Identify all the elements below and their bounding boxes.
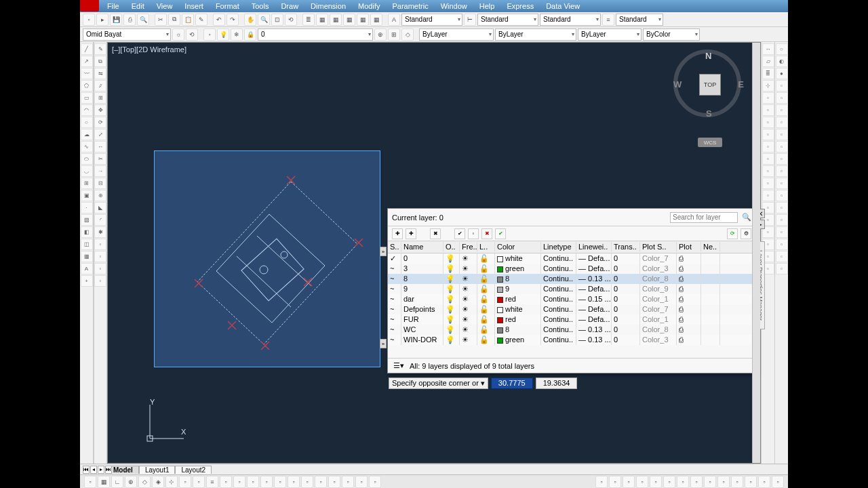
filter-toggle-icon[interactable]: ☰▾ bbox=[393, 361, 404, 370]
save-icon[interactable]: 💾 bbox=[110, 14, 122, 26]
rbtool14-icon[interactable]: ▫ bbox=[776, 202, 788, 214]
cut-icon[interactable]: ✂ bbox=[155, 14, 167, 26]
point-icon[interactable]: · bbox=[81, 202, 93, 214]
extend-icon[interactable]: → bbox=[94, 165, 106, 177]
rbtool9-icon[interactable]: ▫ bbox=[776, 141, 788, 152]
status-c-icon[interactable]: ▫ bbox=[636, 476, 648, 488]
otrack-icon[interactable]: ⊹ bbox=[165, 476, 178, 488]
menu-express[interactable]: Express bbox=[507, 2, 534, 10]
rtool6-icon[interactable]: ▫ bbox=[762, 104, 774, 116]
move-icon[interactable]: ✥ bbox=[94, 104, 106, 116]
tpy-icon[interactable]: ▫ bbox=[220, 476, 232, 488]
text-style-dd[interactable]: Standard bbox=[401, 14, 462, 26]
erase-icon[interactable]: ✎ bbox=[94, 43, 106, 55]
trim-icon[interactable]: ✂ bbox=[94, 153, 106, 165]
match-icon[interactable]: ✎ bbox=[195, 14, 208, 26]
zoom-win-icon[interactable]: ⊡ bbox=[271, 14, 283, 26]
dyn-icon[interactable]: ▫ bbox=[193, 476, 205, 488]
preview-icon[interactable]: 🔍 bbox=[137, 14, 149, 26]
table-row[interactable]: ~FUR💡☀🔓redContinu..— Defa...0Color_1⎙ bbox=[388, 314, 755, 325]
copy-icon[interactable]: ⧉ bbox=[168, 14, 180, 26]
layer-on-icon[interactable]: 💡 bbox=[217, 28, 229, 41]
rtool10-icon[interactable]: ▫ bbox=[762, 153, 774, 165]
zoom-rt-icon[interactable]: 🔍 bbox=[258, 14, 270, 26]
st4-icon[interactable]: ▫ bbox=[315, 476, 327, 488]
plotstyle-dd[interactable]: ByColor bbox=[643, 28, 700, 41]
rbtool18-icon[interactable]: ▫ bbox=[776, 251, 788, 262]
ellipse-icon[interactable]: ⬭ bbox=[81, 153, 93, 165]
rbtool10-icon[interactable]: ▫ bbox=[776, 153, 788, 165]
st6-icon[interactable]: ▫ bbox=[342, 476, 354, 488]
compass-s[interactable]: S bbox=[706, 108, 712, 119]
tab-model[interactable]: Model bbox=[107, 466, 139, 474]
menu-format[interactable]: Format bbox=[216, 2, 239, 10]
mirror-icon[interactable]: ⇋ bbox=[94, 68, 106, 79]
arc-icon[interactable]: ◠ bbox=[81, 104, 93, 116]
rbtool2-icon[interactable]: ◐ bbox=[776, 56, 788, 67]
st2-icon[interactable]: ▫ bbox=[288, 476, 300, 488]
props-icon[interactable]: ≣ bbox=[302, 14, 315, 26]
rtool5-icon[interactable]: ▫ bbox=[762, 92, 774, 104]
viewcube-top[interactable]: TOP bbox=[699, 74, 721, 96]
wcs-button[interactable]: WCS bbox=[698, 138, 722, 147]
tab-first-icon[interactable]: ⏮ bbox=[83, 466, 90, 474]
copy2-icon[interactable]: ⧉ bbox=[94, 56, 106, 67]
menu-edit[interactable]: Edit bbox=[132, 2, 144, 10]
fillet-icon[interactable]: ◜ bbox=[94, 214, 106, 226]
table-row[interactable]: ✓0💡☀🔓whiteContinu..— Defa...0Color_7⎙ bbox=[388, 253, 755, 264]
id-icon[interactable]: ⊹ bbox=[762, 80, 774, 92]
sc-icon[interactable]: ▫ bbox=[247, 476, 259, 488]
search-icon[interactable]: 🔍 bbox=[742, 213, 751, 222]
lwt-icon[interactable]: ≡ bbox=[206, 476, 218, 488]
rbtool15-icon[interactable]: ▫ bbox=[776, 214, 788, 226]
compass-w[interactable]: W bbox=[673, 79, 682, 89]
rbtool6-icon[interactable]: ▫ bbox=[776, 104, 788, 116]
status-k-icon[interactable]: ▫ bbox=[745, 476, 757, 488]
menu-dimension[interactable]: Dimension bbox=[311, 2, 346, 10]
polygon-icon[interactable]: ⬠ bbox=[81, 80, 93, 92]
rbtool4-icon[interactable]: ▫ bbox=[776, 80, 788, 92]
tab-last-icon[interactable]: ⏭ bbox=[105, 466, 112, 474]
layer-states-icon[interactable]: ▫ bbox=[468, 228, 479, 239]
rtool12-icon[interactable]: ▫ bbox=[762, 178, 774, 189]
table-row[interactable]: ~dar💡☀🔓redContinu..— 0.15 ...0Color_1⎙ bbox=[388, 294, 755, 304]
rect-icon[interactable]: ▭ bbox=[81, 92, 93, 104]
tool-a-icon[interactable]: ▫ bbox=[94, 239, 106, 250]
dim-style-dd[interactable]: Standard bbox=[477, 14, 538, 26]
refresh-icon[interactable]: ⟳ bbox=[727, 228, 738, 239]
rbtool19-icon[interactable]: ▫ bbox=[776, 263, 788, 274]
table-row[interactable]: ~WIN-DOR💡☀🔓greenContinu..— 0.13 ...0Colo… bbox=[388, 335, 755, 345]
ducs-icon[interactable]: ▫ bbox=[179, 476, 191, 488]
status-l-icon[interactable]: ▫ bbox=[758, 476, 770, 488]
status-i-icon[interactable]: ▫ bbox=[717, 476, 730, 488]
rbtool12-icon[interactable]: ▫ bbox=[776, 178, 788, 189]
set-current-icon[interactable]: ✔ bbox=[454, 228, 465, 239]
st1-icon[interactable]: ▫ bbox=[274, 476, 286, 488]
break-icon[interactable]: ⊟ bbox=[94, 178, 106, 189]
insert-icon[interactable]: ⊞ bbox=[81, 178, 93, 189]
tab-layout1[interactable]: Layout1 bbox=[139, 466, 176, 474]
table-header[interactable]: S.. Name O.. Fre.. L.. Color Linetype Li… bbox=[388, 241, 755, 253]
polar-icon[interactable]: ⊕ bbox=[125, 476, 137, 488]
table-row[interactable]: ~Defpoints💡☀🔓whiteContinu..— Defa...0Col… bbox=[388, 304, 755, 314]
table-icon[interactable]: ▦ bbox=[81, 251, 93, 262]
spline-icon[interactable]: ∿ bbox=[81, 141, 93, 152]
viewport-label[interactable]: [–][Top][2D Wireframe] bbox=[112, 45, 186, 54]
clean-icon[interactable]: ▫ bbox=[772, 476, 784, 488]
rbtool8-icon[interactable]: ▫ bbox=[776, 129, 788, 140]
menu-dataview[interactable]: Data View bbox=[546, 2, 580, 10]
viewcube[interactable]: TOP N S E W bbox=[672, 48, 747, 123]
menu-tools[interactable]: Tools bbox=[252, 2, 269, 10]
coord-x-input[interactable]: 30.7775 bbox=[491, 378, 533, 389]
tp-icon[interactable]: ▦ bbox=[330, 14, 342, 26]
rbtool7-icon[interactable]: ▫ bbox=[776, 117, 788, 128]
menu-parametric[interactable]: Parametric bbox=[392, 2, 428, 10]
tab-layout2[interactable]: Layout2 bbox=[175, 466, 212, 474]
rbtool5-icon[interactable]: ▫ bbox=[776, 92, 788, 104]
menu-view[interactable]: View bbox=[157, 2, 173, 10]
status-g-icon[interactable]: ▫ bbox=[690, 476, 703, 488]
ortho-icon[interactable]: ∟ bbox=[111, 476, 123, 488]
new-layer-icon[interactable]: ✚ bbox=[392, 228, 403, 239]
mark-icon[interactable]: ▦ bbox=[357, 14, 369, 26]
tool-c-icon[interactable]: ▫ bbox=[94, 263, 106, 274]
